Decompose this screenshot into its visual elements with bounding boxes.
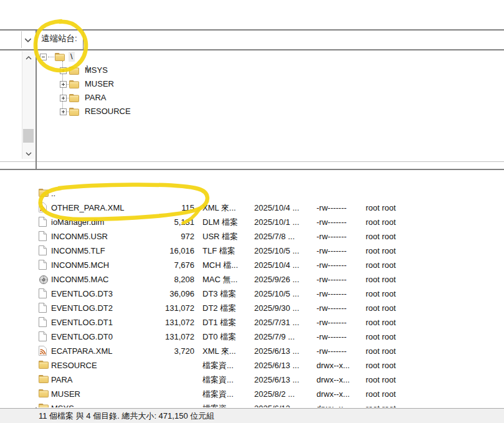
file-owner: root root [366,330,396,344]
file-permissions: -rw------- [316,344,346,358]
chevron-down-icon [24,38,32,42]
file-owner: root root [366,401,396,407]
file-name: EVENTLOG.DT2 [51,301,113,315]
file-row-inconm5-usr[interactable]: INCONM5.USR 972 USR 檔案 2025/7/8 ... -rw-… [0,229,504,244]
local-tree-scrollbar-track[interactable] [22,51,35,159]
file-owner: root root [366,373,396,387]
file-row-eventlog-dt3[interactable]: EVENTLOG.DT3 36,096 DT3 檔案 2025/10/5 ...… [0,287,504,301]
generic-file-icon [39,231,47,241]
file-name: ECATPARA.XML [51,344,112,358]
file-owner: root root [366,272,396,287]
tree-expander-root[interactable] [40,54,47,60]
file-row-inconm5-tlf[interactable]: INCONM5.TLF 16,016 TLF 檔案 2025/10/5 ... … [0,244,504,258]
file-row-eventlog-dt2[interactable]: EVENTLOG.DT2 131,072 DT2 檔案 2025/9/30 ..… [0,301,504,315]
file-row-ecatpara-xml[interactable]: ECATPARA.XML 3,720 XML 來... 2025/6/13 ..… [0,344,504,358]
file-owner: root root [366,215,396,229]
local-tree-scroll-down-button[interactable] [22,148,34,159]
file-permissions: -rw------- [316,229,346,244]
tree-panel-bottom-border [0,161,504,162]
file-permissions: -rw------- [316,287,346,301]
file-owner: root root [366,201,396,215]
file-owner: root root [366,301,396,315]
file-type: USR 檔案 [202,229,238,244]
file-type: XML 來... [202,344,236,358]
file-name: EVENTLOG.DT1 [51,315,113,330]
file-row-para-dir[interactable]: PARA 檔案資... 2025/6/13 ... drwx--x... roo… [0,373,504,387]
remote-path-combobox[interactable]: \ [83,31,504,49]
xml-file-icon [39,346,47,356]
file-modified: 2025/7/8 ... [254,229,295,244]
file-permissions: -rw------- [316,201,346,215]
file-owner: root root [366,244,396,258]
file-name: EVENTLOG.DT0 [51,330,113,344]
file-size: 36,096 [148,287,194,301]
generic-file-icon [39,245,47,255]
local-path-dropdown-button[interactable] [22,36,34,44]
file-type: 檔案資... [202,358,234,373]
file-row-eventlog-dt0[interactable]: EVENTLOG.DT0 131,072 DT0 檔案 2025/7/9 ...… [0,330,504,344]
file-modified: 2025/6/13... [254,401,297,407]
file-permissions: -rw------- [316,301,346,315]
file-name: MUSER [51,387,80,401]
file-permissions: drwx--x... [316,358,349,373]
folder-icon [69,107,79,116]
file-name: EVENTLOG.DT3 [51,287,113,301]
generic-file-icon [39,217,47,227]
file-type: DT2 檔案 [202,301,236,315]
chevron-down-icon [26,152,32,156]
tree-item-resource[interactable]: RESOURCE [85,107,131,116]
file-owner: root root [366,344,396,358]
file-row-msys-dir[interactable]: MSYS 檔案資... 2025/6/13... drwx--x... root… [0,401,504,407]
file-row-inconm5-mac[interactable]: INCONM5.MAC 8,208 MAC 無... 2025/9/26 ...… [0,272,504,287]
tree-expander-para[interactable] [60,95,67,102]
file-size: 131,072 [148,330,194,344]
tree-expander-resource[interactable] [60,108,67,115]
remote-site-label: 遠端站台: [41,33,77,44]
file-type: DT3 檔案 [202,287,236,301]
file-size: 16,016 [148,244,194,258]
file-modified: 2025/9/26 ... [254,272,299,287]
local-tree-scroll-up-button[interactable] [22,52,34,63]
tree-item-para[interactable]: PARA [85,93,106,103]
file-name: RESOURCE [51,358,97,373]
file-row-muser-dir[interactable]: MUSER 檔案資... 2025/8/2 ... drwx--x... roo… [0,387,504,401]
file-row-inconm5-mch[interactable]: INCONM5.MCH 7,676 MCH 檔... 2025/10/4 ...… [0,258,504,272]
file-modified: 2025/10/1 ... [254,215,299,229]
file-type: MAC 無... [202,272,237,287]
tree-item-msys[interactable]: MSYS [85,65,108,75]
mac-file-icon [39,275,49,285]
file-modified: 2025/10/5 ... [254,244,299,258]
file-permissions: drwx--x... [316,387,349,401]
file-permissions: drwx--x... [316,401,349,407]
tree-expander-muser[interactable] [60,81,67,88]
file-row-parent-dir[interactable]: .. [0,186,504,201]
folder-icon [69,93,79,102]
local-tree-scrollbar-thumb[interactable] [23,129,34,143]
file-size: 8,208 [148,272,194,287]
file-size: 7,676 [148,258,194,272]
tree-connector [48,57,54,57]
folder-icon [39,403,49,407]
file-row-resource-dir[interactable]: RESOURCE 檔案資... 2025/6/13 ... drwx--x...… [0,358,504,373]
file-row-eventlog-dt1[interactable]: EVENTLOG.DT1 131,072 DT1 檔案 2025/7/31 ..… [0,315,504,330]
tree-expander-msys[interactable] [60,67,67,74]
file-modified: 2025/9/30 ... [254,301,299,315]
file-modified: 2025/6/13 ... [254,373,299,387]
file-size: 115 [148,201,194,215]
file-name: PARA [51,373,72,387]
file-type: DT0 檔案 [202,330,236,344]
ftp-client-remote-panel: 遠端站台: \ \ MSYS MUSER PARA RESOURCE 檔案名稱 [0,0,504,423]
tree-item-muser[interactable]: MUSER [85,79,114,89]
tree-item-root[interactable]: \ [69,52,75,62]
file-type: XML 來... [202,201,236,215]
folder-icon [39,188,49,197]
file-modified: 2025/10/4 ... [254,201,299,215]
folder-icon [55,52,65,61]
file-row-iomanager-dlm[interactable]: ioManager.dlm 5,131 DLM 檔案 2025/10/1 ...… [0,215,504,229]
file-name: INCONM5.MAC [51,272,108,287]
file-permissions: -rw------- [316,315,346,330]
file-owner: root root [366,315,396,330]
file-permissions: -rw------- [316,272,346,287]
file-row-other-para-xml[interactable]: OTHER_PARA.XML 115 XML 來... 2025/10/4 ..… [0,201,504,215]
file-name: ioManager.dlm [51,215,104,229]
